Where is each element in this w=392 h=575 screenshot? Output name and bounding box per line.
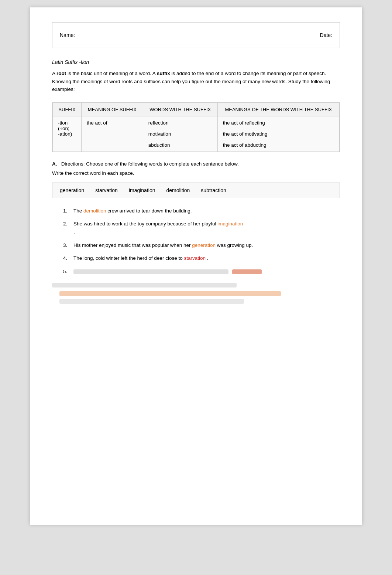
sentence-4-highlight: starvation bbox=[184, 255, 206, 261]
section-a-label: A. bbox=[52, 161, 57, 167]
sentence-3-highlight: generation bbox=[192, 242, 216, 248]
word-bank-item-generation: generation bbox=[60, 187, 84, 193]
suffix-ation: -ation) bbox=[58, 131, 76, 137]
sentence-2-num: 2. bbox=[63, 220, 71, 236]
sentence-1: 1. The demolition crew arrived to tear d… bbox=[63, 207, 340, 215]
col-header-meaning: MEANING OF SUFFIX bbox=[81, 103, 143, 116]
sentence-1-highlight: demolition bbox=[83, 208, 106, 214]
sentence-1-text: The demolition crew arrived to tear down… bbox=[73, 207, 192, 215]
sentence-2: 2. She was hired to work at the toy comp… bbox=[63, 220, 340, 236]
word-bank-item-imagination: imagination bbox=[129, 187, 155, 193]
subtitle: Latin Suffix -tion bbox=[52, 59, 340, 65]
word-bank-item-demolition: demolition bbox=[166, 187, 190, 193]
suffix-table: SUFFIX MEANING OF SUFFIX WORDS WITH THE … bbox=[52, 102, 340, 152]
page: Name: Date: Latin Suffix -tion A root is… bbox=[30, 7, 362, 525]
sentence-4-num: 4. bbox=[63, 254, 71, 262]
sentence-4: 4. The long, cold winter left the herd o… bbox=[63, 254, 340, 262]
sentence-3-num: 3. bbox=[63, 241, 71, 249]
table-meanings-cell: the act of reflecting the act of motivat… bbox=[217, 116, 339, 152]
word-abduction: abduction bbox=[148, 142, 212, 148]
table-suffix-cell: -tion (-ion; -ation) bbox=[53, 116, 82, 152]
name-label: Name: bbox=[60, 32, 75, 38]
meaning-motivation: the act of motivating bbox=[223, 131, 334, 137]
word-motivation: motivation bbox=[148, 131, 212, 137]
table-meaning-cell: the act of bbox=[81, 116, 143, 152]
directions-text: Directions: Choose one of the following … bbox=[61, 161, 239, 167]
word-reflection: reflection bbox=[148, 120, 212, 126]
word-bank: generation starvation imagination demoli… bbox=[52, 183, 340, 198]
col-header-words: WORDS WITH THE SUFFIX bbox=[143, 103, 217, 116]
meaning-abduction: the act of abducting bbox=[223, 142, 334, 148]
section-b bbox=[52, 283, 340, 304]
header-box: Name: Date: bbox=[52, 22, 340, 48]
sentence-4-text: The long, cold winter left the herd of d… bbox=[73, 254, 208, 262]
sentence-5-blurred bbox=[73, 268, 262, 276]
sentence-3: 3. His mother enjoyed music that was pop… bbox=[63, 241, 340, 249]
sentence-5-num: 5. bbox=[63, 268, 71, 276]
word-bank-item-starvation: starvation bbox=[95, 187, 118, 193]
suffix-word: suffix bbox=[157, 71, 170, 76]
suffix-ion: (-ion; bbox=[58, 126, 76, 131]
write-instruction: Write the correct word in each space. bbox=[52, 170, 340, 176]
sentence-3-text: His mother enjoyed music that was popula… bbox=[73, 241, 253, 249]
directions-label: A. Directions: Choose one of the followi… bbox=[52, 161, 340, 167]
sentence-2-text: She was hired to work at the toy company… bbox=[73, 220, 243, 236]
suffix-tion: -tion bbox=[58, 120, 76, 126]
col-header-suffix: SUFFIX bbox=[53, 103, 82, 116]
sentence-2-highlight: imagination bbox=[217, 221, 243, 227]
intro-text: A root is the basic unit of meaning of a… bbox=[52, 69, 340, 93]
sentence-2-period: . bbox=[73, 229, 75, 235]
date-label: Date: bbox=[320, 32, 332, 38]
sentence-list: 1. The demolition crew arrived to tear d… bbox=[52, 207, 340, 276]
sentence-1-num: 1. bbox=[63, 207, 71, 215]
table-words-cell: reflection motivation abduction bbox=[143, 116, 217, 152]
col-header-meanings: MEANINGS OF THE WORDS WITH THE SUFFIX bbox=[217, 103, 339, 116]
word-bank-item-subtraction: subtraction bbox=[201, 187, 226, 193]
root-word: root bbox=[56, 71, 66, 76]
sentence-5: 5. bbox=[63, 268, 340, 276]
meaning-reflection: the act of reflecting bbox=[223, 120, 334, 126]
